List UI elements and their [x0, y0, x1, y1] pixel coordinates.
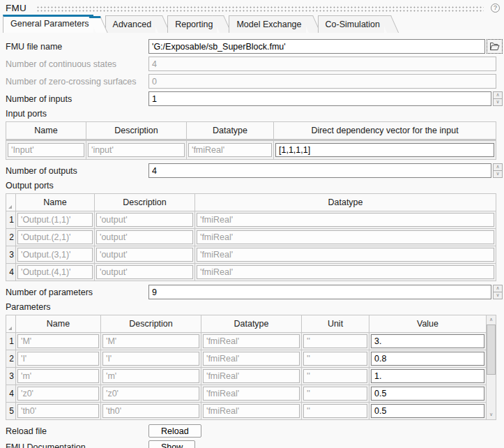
reload-file-label: Reload file [6, 426, 148, 436]
spinner-up-icon[interactable]: ∧ [493, 285, 503, 292]
parameters-table-wrap: Name Description Datatype Unit Value 1 '… [6, 315, 496, 420]
table-cell: 0.5 [369, 385, 486, 402]
num-inputs-input[interactable] [148, 91, 491, 106]
table-cell: 'th0' [16, 403, 100, 419]
table-cell: 'output' [95, 229, 194, 246]
zero-crossing-input [148, 74, 496, 89]
table-cell: '' [302, 403, 369, 419]
reload-row: Reload file Reload [6, 424, 496, 438]
table-cell: '' [302, 350, 369, 367]
fmu-file-name-input[interactable] [148, 39, 485, 54]
num-parameters-input[interactable] [148, 285, 491, 299]
scrollbar-thumb[interactable] [487, 324, 496, 375]
output-ports-label: Output ports [6, 181, 496, 191]
param-value-field[interactable]: 1. [371, 369, 484, 383]
num-inputs-label: Number of inputs [6, 94, 148, 104]
param-description-field: 'm' [102, 369, 199, 383]
spinner-down-icon[interactable]: ∨ [493, 292, 503, 299]
scrollbar-track[interactable] [487, 324, 496, 410]
table-cell: 'z0' [16, 385, 100, 402]
table-cell: 'I' [101, 350, 201, 367]
num-parameters-row: Number of parameters ∧ ∨ [6, 285, 503, 299]
param-value-field[interactable]: 3. [371, 334, 484, 348]
spinner-up-icon[interactable]: ∧ [493, 163, 503, 171]
continuous-states-row: Number of continuous states [6, 57, 496, 71]
param-unit-field: '' [303, 369, 367, 383]
tab-co-simulation[interactable]: Co-Simulation [318, 15, 385, 33]
output-name-field: 'Output.(1,1)' [17, 213, 93, 227]
output-ports-table: Name Description Datatype 1 'Output.(1,1… [6, 193, 496, 281]
table-cell: 'fmiReal' [195, 246, 496, 263]
table-cell: 'm' [101, 368, 201, 384]
help-icon[interactable]: ? [491, 3, 500, 13]
num-inputs-row: Number of inputs ∧ ∨ [6, 91, 503, 106]
num-outputs-spinner: ∧ ∨ [493, 163, 503, 178]
spinner-down-icon[interactable]: ∨ [493, 171, 503, 178]
table-cell: 'Input' [6, 141, 86, 159]
drag-grip[interactable] [36, 5, 484, 12]
input-dependency-field[interactable]: [1,1,1,1] [275, 143, 494, 157]
browse-file-button[interactable] [487, 39, 503, 54]
table-cell: 'fmiReal' [195, 211, 496, 228]
table-cell: 1. [369, 368, 486, 384]
input-ports-table: Name Description Datatype Direct depende… [6, 121, 496, 160]
row-number: 4 [6, 385, 15, 402]
row-number: 5 [6, 403, 15, 419]
tab-advanced[interactable]: Advanced [105, 15, 156, 33]
output-name-field: 'Output.(4,1)' [17, 265, 93, 279]
continuous-states-label: Number of continuous states [6, 59, 148, 69]
column-header: Datatype [195, 194, 496, 211]
corner-header [6, 315, 15, 332]
row-number: 2 [6, 229, 15, 246]
param-value-field[interactable]: 0.5 [371, 387, 484, 401]
documentation-row: FMU Documentation Show [6, 440, 496, 448]
scroll-down-icon[interactable]: ∨ [487, 410, 496, 419]
output-description-field: 'output' [96, 248, 193, 262]
param-datatype-field: 'fmiReal' [203, 369, 300, 383]
row-number: 4 [6, 264, 15, 281]
continuous-states-input [148, 57, 496, 71]
scroll-up-icon[interactable]: ∧ [487, 315, 496, 324]
row-number: 1 [6, 333, 15, 350]
tab-label: Co-Simulation [326, 20, 381, 29]
table-cell: 'M' [101, 333, 201, 350]
parameters-label: Parameters [6, 302, 496, 312]
output-name-field: 'Output.(2,1)' [17, 230, 93, 244]
param-name-field: 'I' [17, 352, 99, 366]
table-cell: 0.8 [369, 350, 486, 367]
tab-model-exchange[interactable]: Model Exchange [229, 15, 305, 33]
num-parameters-spinner: ∧ ∨ [493, 285, 503, 299]
parameters-table: Name Description Datatype Unit Value 1 '… [6, 315, 487, 420]
spinner-down-icon[interactable]: ∨ [493, 99, 503, 106]
param-description-field: 'th0' [102, 404, 199, 418]
num-outputs-input[interactable] [148, 163, 491, 178]
tab-general-parameters[interactable]: General Parameters [3, 15, 93, 33]
fmu-documentation-label: FMU Documentation [6, 442, 148, 448]
show-documentation-button[interactable]: Show [148, 440, 195, 448]
table-cell: 'm' [16, 368, 100, 384]
parameters-scrollbar[interactable]: ∧ ∨ [487, 315, 496, 420]
output-description-field: 'output' [96, 265, 193, 279]
open-folder-icon [489, 42, 500, 51]
tab-label: General Parameters [10, 19, 89, 29]
column-header: Datatype [187, 122, 273, 139]
spinner-up-icon[interactable]: ∧ [493, 91, 503, 99]
table-cell: '' [302, 333, 369, 350]
param-value-field[interactable]: 0.8 [371, 352, 484, 366]
param-name-field: 'M' [17, 334, 99, 348]
corner-resize-icon [8, 205, 12, 209]
table-cell: 'fmiReal' [187, 141, 273, 159]
input-ports-label: Input ports [6, 109, 496, 119]
output-description-field: 'output' [96, 230, 193, 244]
param-datatype-field: 'fmiReal' [203, 404, 300, 418]
tab-reporting[interactable]: Reporting [167, 15, 217, 33]
num-outputs-label: Number of outputs [6, 166, 148, 176]
column-header: Name [16, 315, 100, 332]
column-header: Direct dependency vector for the input [274, 122, 496, 139]
row-number: 2 [6, 350, 15, 367]
table-cell: 'input' [86, 141, 186, 159]
table-cell: 'fmiReal' [201, 385, 301, 402]
table-cell: 'z0' [101, 385, 201, 402]
reload-button[interactable]: Reload [148, 424, 201, 438]
param-value-field[interactable]: 0.5 [371, 404, 484, 418]
